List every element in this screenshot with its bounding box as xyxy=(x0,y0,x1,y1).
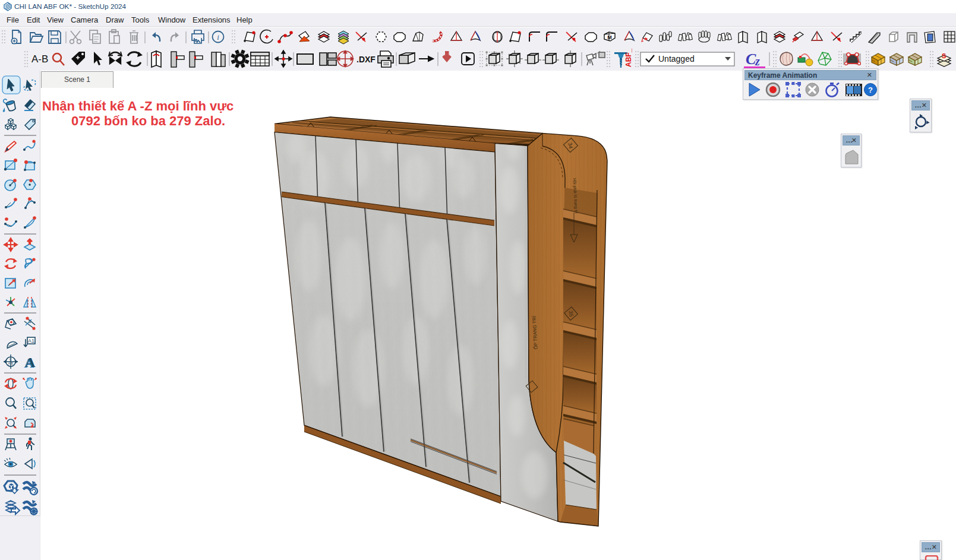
svg-text:ABF_: ABF_ xyxy=(624,48,633,67)
svg-text:A-B: A-B xyxy=(8,362,14,365)
svg-text:z: z xyxy=(755,55,760,68)
svg-text:5: 5 xyxy=(29,319,31,324)
svg-text:A: A xyxy=(25,355,36,370)
svg-text:.DXF: .DXF xyxy=(356,55,376,64)
svg-text:?: ? xyxy=(868,86,873,94)
svg-text:35: 35 xyxy=(567,310,575,317)
svg-text:A1: A1 xyxy=(28,338,34,344)
svg-text:C: C xyxy=(10,357,12,361)
svg-text:S: S xyxy=(942,52,946,59)
svg-text:A-B: A-B xyxy=(31,53,48,65)
svg-text:i: i xyxy=(217,33,219,42)
svg-text:34: 34 xyxy=(567,142,574,149)
svg-text:Untagged: Untagged xyxy=(658,54,695,64)
